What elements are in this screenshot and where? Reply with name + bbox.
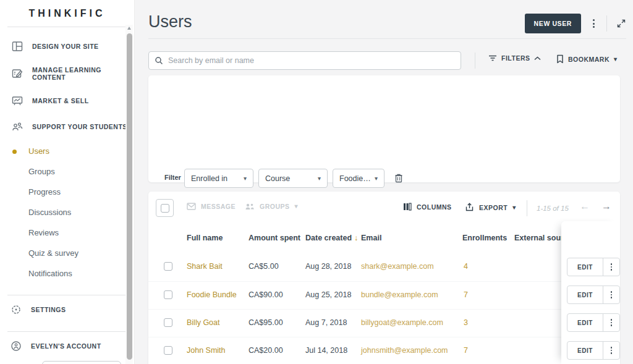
filter-value-dropdown[interactable]: Foodie… ▾ [333,169,384,188]
sidebar-item-settings[interactable]: SETTINGS [0,295,134,324]
email-link[interactable]: shark@example.com [361,262,434,271]
sidebar-item-label: MANAGE LEARNING CONTENT [32,66,134,81]
new-user-button[interactable]: NEW USER [525,14,581,33]
column-header-full-name[interactable]: Full name [187,234,223,242]
edit-user-button[interactable]: EDIT [567,341,620,360]
columns-button[interactable]: COLUMNS [403,203,452,211]
sidebar-item-discussions[interactable]: Discussions [0,202,134,222]
column-header-label: Date created [305,234,352,242]
column-header-email[interactable]: Email [361,234,381,242]
gear-icon [10,303,22,316]
divider [475,53,475,69]
divider [606,15,607,32]
next-page-icon[interactable]: → [601,201,611,211]
filters-toggle[interactable]: FILTERS [488,54,541,62]
row-kebab-menu-icon[interactable] [603,314,619,331]
sidebar-item-design-your-site[interactable]: DESIGN YOUR SITE [0,33,134,59]
column-header-amount-spent[interactable]: Amount spent [249,234,300,242]
chevron-down-icon: ▾ [318,175,321,182]
sidebar-item-label: Progress [28,187,61,197]
divider [527,200,527,216]
row-checkbox[interactable] [164,318,172,327]
row-kebab-menu-icon[interactable] [603,258,619,276]
previous-page-icon[interactable]: ← [580,201,590,211]
user-name-link[interactable]: Shark Bait [187,262,223,271]
user-name-link[interactable]: Billy Goat [187,318,220,327]
sidebar-item-market-and-sell[interactable]: MARKET & SELL [0,88,134,114]
sidebar-item-reviews[interactable]: Reviews [0,222,134,243]
sidebar-item-label: Groups [28,167,55,176]
message-button[interactable]: MESSAGE [187,203,236,210]
row-kebab-menu-icon[interactable] [603,286,619,303]
edit-user-button[interactable]: EDIT [567,313,620,332]
sidebar-item-notifications[interactable]: Notifications [0,263,134,284]
date-created: Aug 7, 2018 [305,318,347,327]
table-toolbar: MESSAGE GROUPS ▾ COLUMNS [148,199,620,218]
sidebar-item-label: SETTINGS [31,306,66,313]
columns-label: COLUMNS [417,203,452,211]
user-name-link[interactable]: John Smith [187,346,226,355]
row-checkbox[interactable] [164,346,172,355]
email-link[interactable]: johnsmith@example.com [361,346,448,355]
select-all-checkbox[interactable] [156,199,174,217]
edit-label: EDIT [567,314,603,331]
export-icon [465,203,474,212]
checkbox[interactable] [161,204,169,213]
export-button[interactable]: EXPORT ▾ [465,203,516,212]
enrollments-link[interactable]: 7 [464,346,468,355]
enrollments-link[interactable]: 7 [464,290,468,299]
table-body: Shark Bait CA$5.00 Aug 28, 2018 shark@ex… [148,253,620,364]
sidebar-item-users[interactable]: Users [0,141,134,161]
sidebar-scrollbar[interactable] [125,25,133,364]
column-header-date-created[interactable]: Date created↓ [305,234,358,242]
bookmark-icon [556,54,564,64]
table-row: Foodie Bundle CA$90.00 Aug 25, 2018 bund… [148,281,620,309]
sidebar-item-label: DESIGN YOUR SITE [32,43,99,50]
table-row: Billy Goat CA$95.00 Aug 7, 2018 billygoa… [148,309,620,337]
sidebar-item-manage-learning-content[interactable]: MANAGE LEARNING CONTENT [0,59,134,88]
scrollbar-thumb[interactable] [127,33,132,360]
filter-category-dropdown[interactable]: Course ▾ [258,169,328,188]
sidebar-item-groups[interactable]: Groups [0,161,134,182]
search-input[interactable] [168,56,455,65]
edit-user-button[interactable]: EDIT [567,258,620,276]
divider [148,38,626,39]
remove-filter-trash-icon[interactable] [394,173,403,183]
message-label: MESSAGE [201,203,236,210]
filter-type-dropdown[interactable]: Enrolled in ▾ [184,169,253,188]
sidebar-item-quiz-survey[interactable]: Quiz & survey [0,243,134,263]
sidebar-item-progress[interactable]: Progress [0,182,134,202]
sidebar: THINKIFIC DESIGN YOUR SITE MANAGE LEARNI… [0,0,135,364]
row-checkbox[interactable] [164,262,172,271]
sidebar-item-support-your-students[interactable]: SUPPORT YOUR STUDENTS [0,114,134,140]
enrollments-link[interactable]: 4 [464,262,468,271]
filter-funnel-icon [488,54,497,62]
user-name-link[interactable]: Foodie Bundle [187,290,237,299]
date-created: Jul 14, 2018 [305,346,347,355]
edit-label: EDIT [567,286,603,303]
header-kebab-menu-icon[interactable] [590,17,597,30]
active-bullet-icon [12,150,17,154]
header-actions: NEW USER [525,14,626,33]
pagination-range: 1-15 of 15 [537,205,576,212]
edit-user-button[interactable]: EDIT [567,286,620,304]
email-link[interactable]: billygoat@example.com [361,318,443,327]
sidebar-bottom-button[interactable] [42,361,121,364]
bookmark-toggle[interactable]: BOOKMARK ▾ [556,54,618,64]
sidebar-item-account[interactable]: EVELYN'S ACCOUNT [0,332,134,360]
sort-descending-icon[interactable]: ↓ [354,234,358,242]
row-checkbox[interactable] [164,290,172,299]
amount-spent: CA$20.00 [249,346,283,355]
sidebar-subnav: Users Groups Progress Discussions Review… [0,140,134,287]
groups-label: GROUPS [260,203,290,210]
enrollments-link[interactable]: 3 [464,318,468,327]
scroll-up-icon[interactable] [127,27,131,30]
row-kebab-menu-icon[interactable] [603,342,619,359]
expand-fullscreen-icon[interactable] [616,19,626,28]
filter-panel: Filter Enrolled in ▾ Course ▾ Foodie… ▾ … [148,75,620,182]
groups-button[interactable]: GROUPS ▾ [245,203,298,210]
column-header-enrollments[interactable]: Enrollments [462,234,507,242]
sidebar-item-label: Quiz & survey [28,248,79,258]
groups-people-icon [245,203,255,210]
email-link[interactable]: bundle@example.com [361,290,438,299]
